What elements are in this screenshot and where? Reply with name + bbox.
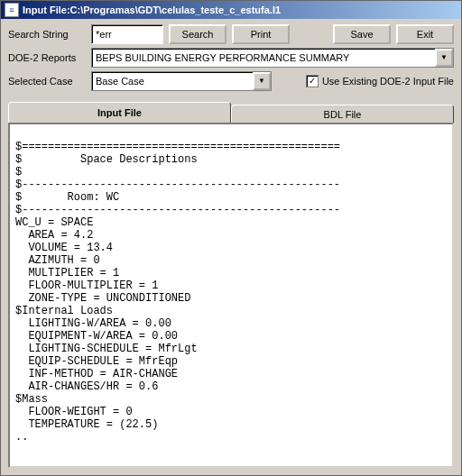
window: ≡ Input File: C:\Programas\GDT\celulas_t… [0, 0, 462, 476]
app-icon: ≡ [5, 3, 19, 17]
tab-bdl-file[interactable]: BDL File [231, 105, 454, 123]
search-button[interactable]: Search [169, 24, 226, 44]
print-button[interactable]: Print [232, 24, 290, 44]
search-string-label: Search String [8, 29, 86, 40]
case-combo[interactable]: Base Case ▼ [91, 71, 272, 91]
content-area: $=======================================… [8, 123, 454, 468]
reports-combo[interactable]: BEPS BUILDING ENERGY PERFORMANCE SUMMARY… [91, 48, 454, 68]
doe2-reports-label: DOE-2 Reports [8, 52, 86, 63]
use-existing-label: Use Existing DOE-2 Input File [322, 76, 454, 87]
file-text[interactable]: $=======================================… [10, 124, 452, 447]
save-button[interactable]: Save [333, 24, 391, 44]
reports-combo-value: BEPS BUILDING ENERGY PERFORMANCE SUMMARY [92, 52, 435, 63]
use-existing-checkbox[interactable]: ✓ Use Existing DOE-2 Input File [306, 75, 454, 87]
checkbox-icon: ✓ [306, 75, 319, 87]
toolbar: Search String Search Print Save Exit DOE… [1, 19, 461, 98]
selected-case-label: Selected Case [8, 76, 86, 87]
tab-input-file[interactable]: Input File [8, 102, 231, 123]
title-prefix: Input File: [23, 5, 70, 15]
case-combo-value: Base Case [92, 76, 253, 87]
titlebar: ≡ Input File: C:\Programas\GDT\celulas_t… [1, 1, 461, 19]
search-input[interactable] [91, 24, 163, 44]
chevron-down-icon[interactable]: ▼ [253, 72, 271, 90]
chevron-down-icon[interactable]: ▼ [435, 49, 453, 67]
title-path: C:\Programas\GDT\celulas_teste_c_estufa.… [70, 5, 282, 15]
tabs: Input File BDL File [8, 102, 454, 123]
exit-button[interactable]: Exit [396, 24, 454, 44]
